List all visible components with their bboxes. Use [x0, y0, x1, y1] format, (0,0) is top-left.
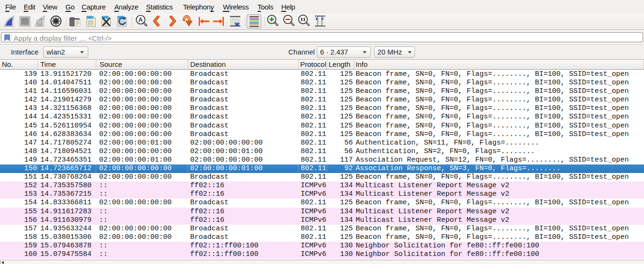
svg-text:A: A [138, 16, 143, 23]
svg-text:0111: 0111 [88, 24, 93, 26]
